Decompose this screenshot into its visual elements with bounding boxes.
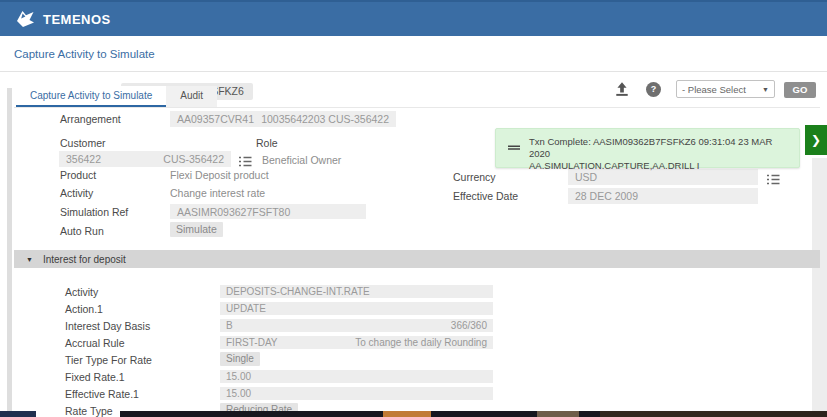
field-value-text: Single <box>226 353 254 364</box>
customer-field[interactable]: 356422 CUS-356422 <box>59 151 231 167</box>
field-suffix-text: 366/360 <box>451 320 487 331</box>
field-label: Interest Day Basis <box>65 320 150 332</box>
simulation-ref-value: AASIMR093627FSFT80 <box>177 206 290 218</box>
expand-panel-button[interactable]: ❯ <box>805 125 827 155</box>
section-rows: ActivityDEPOSITS-CHANGE-INT.RATEAction.1… <box>14 284 812 417</box>
field-value[interactable]: FIRST-DAYTo change the daily Rounding <box>220 336 493 349</box>
notification-menu-icon[interactable] <box>508 139 520 157</box>
background-window-strip <box>383 411 431 417</box>
field-label: Fixed Rate.1 <box>65 371 125 383</box>
effective-date-label: Effective Date <box>453 190 518 202</box>
field-label: Action.1 <box>65 303 103 315</box>
field-value-text: 15.00 <box>226 388 251 399</box>
chevron-down-icon: ▼ <box>762 86 769 93</box>
arrangement-label: Arrangement <box>60 113 121 125</box>
field-value-text: DEPOSITS-CHANGE-INT.RATE <box>226 286 370 297</box>
arrangement-account: 10035642203 CUS-356422 <box>261 113 389 125</box>
app-window: TEMENOS Capture Activity to Simulate AAS… <box>0 0 827 417</box>
field-suffix-text: To change the daily Rounding <box>355 337 487 348</box>
field-value[interactable]: B366/360 <box>220 319 493 332</box>
field-value[interactable]: Single <box>220 352 260 366</box>
section-interest-for-deposit[interactable]: ▼ Interest for deposit <box>14 250 820 268</box>
arrangement-value: AA09357CVR41 <box>177 113 254 125</box>
customer-value: 356422 <box>66 153 101 165</box>
activity-label: Activity <box>60 187 93 199</box>
field-row: Fixed Rate.115.00 <box>14 369 812 386</box>
notification-text: Txn Complete: AASIM09362B7FSFKZ6 09:31:0… <box>529 136 791 172</box>
effective-date-field[interactable]: 28 DEC 2009 <box>568 188 758 204</box>
customer-id: CUS-356422 <box>163 153 224 165</box>
help-icon[interactable]: ? <box>646 82 661 97</box>
txn-complete-notification: Txn Complete: AASIM09362B7FSFKZ6 09:31:0… <box>495 128 800 168</box>
role-value: Beneficial Owner <box>262 154 341 166</box>
field-value-text: FIRST-DAY <box>226 337 277 348</box>
currency-value: USD <box>575 171 597 183</box>
section-title: Interest for deposit <box>43 254 126 265</box>
background-window-strip <box>760 411 827 417</box>
toolbar: Capture Activity to Simulate AASIM09362B… <box>0 36 827 72</box>
notification-line2: AA.SIMULATION.CAPTURE,AA.DRILL I <box>529 160 700 171</box>
activity-value: Change interest rate <box>170 187 265 199</box>
field-label: Effective Rate.1 <box>65 388 139 400</box>
arrangement-field[interactable]: AA09357CVR41 10035642203 CUS-356422 <box>170 111 396 127</box>
auto-run-label: Auto Run <box>60 225 104 237</box>
tab-bar: Capture Activity to Simulate Audit <box>16 86 217 108</box>
customer-label: Customer <box>60 137 106 149</box>
currency-label: Currency <box>453 171 496 183</box>
tab-capture-activity[interactable]: Capture Activity to Simulate <box>16 86 166 108</box>
collapse-caret-icon: ▼ <box>26 256 33 263</box>
page-title: Capture Activity to Simulate <box>14 36 155 72</box>
effective-date-value: 28 DEC 2009 <box>575 190 638 202</box>
field-label: Activity <box>65 286 98 298</box>
go-button[interactable]: GO <box>784 82 816 98</box>
field-row: Action.1UPDATE <box>14 301 812 318</box>
action-select-value: - Please Select <box>682 84 746 95</box>
left-frame-strip <box>7 88 12 411</box>
field-label: Tier Type For Rate <box>65 354 152 366</box>
tab-audit[interactable]: Audit <box>166 86 217 108</box>
field-value-text: 15.00 <box>226 371 251 382</box>
field-value-text: B <box>226 320 233 331</box>
temenos-logo-icon <box>14 9 36 29</box>
tab-divider <box>14 107 820 108</box>
background-window-strip <box>0 411 36 417</box>
auto-run-value[interactable]: Simulate <box>170 222 223 237</box>
simulation-ref-label: Simulation Ref <box>60 206 128 218</box>
field-value[interactable]: 15.00 <box>220 370 493 383</box>
product-label: Product <box>60 169 96 181</box>
role-label: Role <box>256 137 278 149</box>
scrollbar-track[interactable] <box>812 158 827 411</box>
field-value[interactable]: 15.00 <box>220 387 493 400</box>
field-row: Accrual RuleFIRST-DAYTo change the daily… <box>14 335 812 352</box>
field-row: Effective Rate.115.00 <box>14 386 812 403</box>
field-label: Accrual Rule <box>65 337 125 349</box>
field-row: Tier Type For RateSingle <box>14 352 812 369</box>
upload-icon[interactable] <box>614 81 630 97</box>
customer-lookup-list-icon[interactable] <box>239 153 252 164</box>
chevron-right-icon: ❯ <box>811 133 821 147</box>
field-row: Interest Day BasisB366/360 <box>14 318 812 335</box>
field-label: Rate Type <box>65 405 113 417</box>
field-value[interactable]: UPDATE <box>220 302 493 315</box>
background-window-strip <box>537 411 579 417</box>
notification-line1: Txn Complete: AASIM09362B7FSFKZ6 09:31:0… <box>529 136 772 159</box>
field-value-text: UPDATE <box>226 303 266 314</box>
product-value: Flexi Deposit product <box>170 169 269 181</box>
action-select[interactable]: - Please Select ▼ <box>676 80 775 98</box>
brand-name: TEMENOS <box>43 12 111 27</box>
background-window-strip <box>600 411 760 417</box>
simulation-ref-field[interactable]: AASIMR093627FSFT80 <box>170 204 366 219</box>
field-row: ActivityDEPOSITS-CHANGE-INT.RATE <box>14 284 812 301</box>
field-value[interactable]: DEPOSITS-CHANGE-INT.RATE <box>220 285 493 298</box>
currency-lookup-list-icon[interactable] <box>767 171 780 182</box>
app-header: TEMENOS <box>0 0 827 36</box>
